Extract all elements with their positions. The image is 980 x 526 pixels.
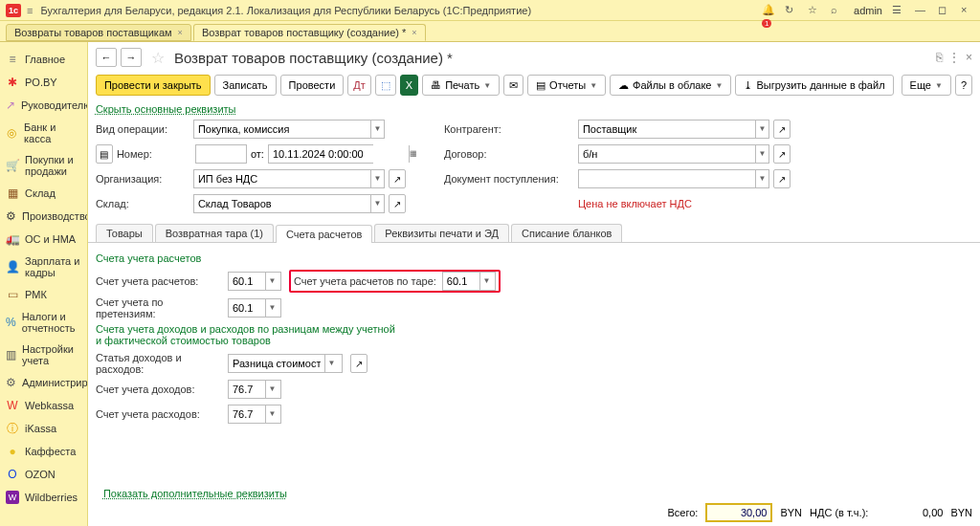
open-ref-button[interactable]: ↗	[389, 169, 406, 188]
burger-icon[interactable]: ≡	[27, 5, 33, 16]
tab-goods[interactable]: Товары	[96, 224, 153, 242]
history-icon[interactable]: ↻	[785, 4, 798, 17]
sidebar-item-kaffesta[interactable]: ●Каффеста	[0, 440, 87, 463]
maximize-icon[interactable]: ◻	[938, 4, 951, 17]
hide-main-req-link[interactable]: Скрыть основные реквизиты	[88, 101, 980, 117]
calendar-icon[interactable]: ▦	[409, 145, 417, 163]
claims-acc-select[interactable]: ▼	[228, 298, 281, 318]
tab-return-doc[interactable]: Возврат товаров поставщику (создание) *×	[193, 24, 426, 41]
sidebar-item-bank[interactable]: ◎Банк и касса	[0, 117, 87, 149]
chevron-down-icon[interactable]: ▼	[755, 145, 768, 163]
post-and-close-button[interactable]: Провести и закрыть	[96, 75, 211, 96]
chevron-down-icon[interactable]: ▼	[324, 355, 338, 372]
tab-returns-list[interactable]: Возвраты товаров поставщикам×	[6, 24, 191, 41]
sidebar-item-warehouse[interactable]: ▦Склад	[0, 182, 87, 205]
tab-print-req[interactable]: Реквизиты печати и ЭД	[374, 224, 509, 242]
close-icon[interactable]: ×	[961, 4, 974, 17]
price-no-vat-link[interactable]: Цена не включает НДС	[578, 198, 692, 209]
number-input[interactable]	[195, 144, 247, 164]
total-label: Всего:	[668, 507, 699, 518]
sidebar-item-sales[interactable]: 🛒Покупки и продажи	[0, 149, 87, 182]
files-cloud-button[interactable]: ☁ Файлы в облаке ▼	[610, 75, 731, 96]
sidebar-item-poby[interactable]: ✱PO.BY	[0, 71, 87, 94]
tab-close-icon[interactable]: ×	[412, 28, 416, 37]
chevron-down-icon[interactable]: ▼	[265, 273, 278, 290]
back-button[interactable]: ←	[96, 48, 117, 67]
chevron-down-icon[interactable]: ▼	[479, 273, 493, 290]
article-select[interactable]: ▼	[228, 354, 343, 373]
contract-select[interactable]: ▼	[578, 144, 769, 164]
open-ref-button[interactable]: ↗	[773, 169, 791, 188]
favorite-toggle[interactable]: ☆	[151, 49, 165, 67]
supply-doc-select[interactable]: ▼	[578, 169, 769, 188]
search-icon[interactable]: ⌕	[831, 4, 844, 17]
chevron-down-icon[interactable]: ▼	[755, 170, 768, 187]
open-ref-button[interactable]: ↗	[773, 120, 791, 139]
export-file-button[interactable]: ⤓ Выгрузить данные в файл	[735, 75, 893, 96]
open-ref-button[interactable]: ↗	[350, 354, 368, 373]
tare-acc-select[interactable]: ▼	[442, 272, 496, 291]
settlement-acc-select[interactable]: ▼	[228, 272, 281, 291]
structure-button[interactable]: ⬚	[375, 75, 396, 96]
bell-icon[interactable]: 🔔1	[762, 4, 775, 17]
sidebar-item-production[interactable]: ⚙Производство	[0, 205, 87, 228]
link-icon[interactable]: ⎘	[936, 51, 943, 64]
sidebar-item-taxes[interactable]: %Налоги и отчетность	[0, 306, 87, 339]
user-label[interactable]: admin	[854, 5, 882, 16]
tare-acc-highlight: Счет учета расчетов по таре: ▼	[289, 270, 501, 293]
open-ref-button[interactable]: ↗	[773, 144, 791, 164]
more-button[interactable]: Еще ▼	[902, 75, 951, 96]
sidebar-item-ozon[interactable]: OOZON	[0, 463, 87, 486]
currency-label: BYN	[950, 507, 972, 518]
section-settlement: Счета учета расчетов	[96, 252, 972, 264]
org-select[interactable]: ▼	[193, 169, 385, 188]
post-button[interactable]: Провести	[280, 75, 345, 96]
date-input[interactable]: ▦	[268, 144, 373, 164]
favorite-icon[interactable]: ☆	[808, 4, 821, 17]
income-acc-select[interactable]: ▼	[228, 380, 281, 399]
tab-close-icon[interactable]: ×	[178, 28, 183, 37]
save-button[interactable]: Записать	[214, 75, 277, 96]
open-ref-button[interactable]: ↗	[389, 194, 406, 213]
tab-accounts[interactable]: Счета расчетов	[276, 225, 372, 243]
sidebar-item-webkassa[interactable]: WWebkassa	[0, 394, 87, 417]
sidebar-item-ikassa[interactable]: ⓘiKassa	[0, 417, 87, 440]
excel-button[interactable]: X	[400, 75, 418, 96]
mail-button[interactable]: ✉	[503, 75, 523, 96]
sidebar-item-hr[interactable]: 👤Зарплата и кадры	[0, 251, 87, 283]
supply-doc-label: Документ поступления:	[444, 173, 574, 185]
chevron-down-icon[interactable]: ▼	[265, 299, 278, 317]
list-icon[interactable]: ▤	[96, 144, 113, 164]
tab-blanks[interactable]: Списание бланков	[511, 224, 622, 242]
chevron-down-icon[interactable]: ▼	[370, 195, 384, 212]
wh-select[interactable]: ▼	[193, 194, 385, 213]
expense-acc-select[interactable]: ▼	[228, 405, 281, 424]
sidebar-item-main[interactable]: ≡Главное	[0, 48, 87, 71]
chevron-down-icon[interactable]: ▼	[370, 121, 384, 138]
show-extra-req-link[interactable]: Показать дополнительные реквизиты	[96, 486, 295, 501]
print-button[interactable]: 🖶 Печать ▼	[422, 75, 500, 96]
close-doc-icon[interactable]: ×	[966, 51, 972, 64]
settings-icon[interactable]: ☰	[892, 4, 905, 17]
tab-tare[interactable]: Возвратная тара (1)	[155, 224, 274, 242]
sidebar-item-assets[interactable]: 🚛ОС и НМА	[0, 228, 87, 251]
dt-kt-button[interactable]: Дт	[347, 75, 371, 96]
sidebar-item-manager[interactable]: ↗Руководителю	[0, 94, 87, 117]
op-type-select[interactable]: ▼	[193, 120, 385, 139]
sidebar-item-admin[interactable]: ⚙Администрирование	[0, 371, 87, 394]
chevron-down-icon[interactable]: ▼	[265, 381, 278, 398]
sidebar: ≡Главное ✱PO.BY ↗Руководителю ◎Банк и ка…	[0, 42, 88, 526]
sidebar-item-settings[interactable]: ▥Настройки учета	[0, 339, 87, 371]
help-button[interactable]: ?	[955, 75, 972, 96]
sidebar-item-rmk[interactable]: ▭РМК	[0, 283, 87, 306]
reports-button[interactable]: ▤ Отчеты ▼	[527, 75, 606, 96]
forward-button[interactable]: →	[121, 48, 142, 67]
minimize-icon[interactable]: —	[915, 4, 928, 17]
sidebar-item-wb[interactable]: WWildberries	[0, 486, 87, 509]
chevron-down-icon[interactable]: ▼	[755, 121, 768, 138]
chevron-down-icon[interactable]: ▼	[265, 405, 278, 423]
menu-dots-icon[interactable]: ⋮	[948, 51, 960, 64]
total-input[interactable]	[705, 503, 772, 522]
chevron-down-icon[interactable]: ▼	[370, 170, 384, 187]
counterparty-select[interactable]: ▼	[578, 120, 769, 139]
